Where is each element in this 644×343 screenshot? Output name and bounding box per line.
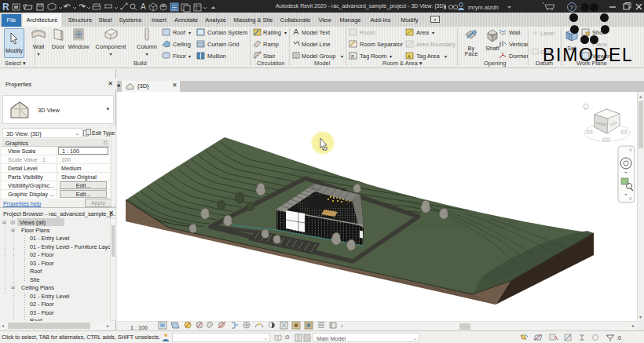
- svg-text:Wall: Wall: [509, 29, 521, 36]
- svg-text:Floor: Floor: [173, 53, 187, 60]
- svg-text:R: R: [2, 2, 9, 13]
- svg-text:▾: ▾: [188, 31, 191, 35]
- svg-text:Area Boundary: Area Boundary: [416, 41, 456, 48]
- svg-text:Dormer: Dormer: [509, 53, 529, 60]
- svg-text:Level: Level: [540, 30, 554, 37]
- svg-text:Roof: Roof: [173, 29, 186, 36]
- svg-text:R: R: [351, 54, 354, 59]
- svg-text:?: ?: [570, 4, 574, 11]
- svg-text:Model Text: Model Text: [302, 29, 331, 36]
- svg-text:▾: ▾: [188, 54, 191, 59]
- svg-text:A: A: [408, 54, 411, 59]
- svg-text:Room Separator: Room Separator: [360, 41, 404, 48]
- svg-text::0: :0: [617, 335, 621, 341]
- svg-text:Tag Room: Tag Room: [360, 53, 386, 60]
- svg-text:Stair: Stair: [263, 53, 276, 60]
- svg-text:Tag Area: Tag Area: [416, 53, 440, 60]
- svg-text:‹: ‹: [341, 323, 343, 330]
- svg-text:Area: Area: [416, 29, 430, 36]
- svg-text:▾: ▾: [445, 54, 447, 59]
- svg-text:Curtain System: Curtain System: [207, 29, 247, 36]
- svg-text:▾: ▾: [341, 54, 343, 59]
- svg-text:Room: Room: [360, 29, 375, 36]
- svg-text:Vertical: Vertical: [509, 41, 529, 48]
- svg-text:mrym.alzdh: mrym.alzdh: [468, 4, 499, 11]
- svg-text:Ramp: Ramp: [263, 41, 279, 48]
- svg-text:Curtain Grid: Curtain Grid: [207, 41, 239, 48]
- svg-text:Ceiling: Ceiling: [173, 41, 191, 48]
- svg-text:▾: ▾: [432, 31, 434, 35]
- svg-text:A: A: [141, 2, 146, 11]
- svg-text:Model Group: Model Group: [302, 53, 335, 60]
- svg-text:▾: ▾: [390, 54, 392, 59]
- svg-text:Model Line: Model Line: [302, 41, 331, 48]
- svg-text:▾: ▾: [284, 31, 287, 35]
- svg-text:Railing: Railing: [263, 29, 281, 36]
- svg-text:Mullion: Mullion: [207, 53, 226, 60]
